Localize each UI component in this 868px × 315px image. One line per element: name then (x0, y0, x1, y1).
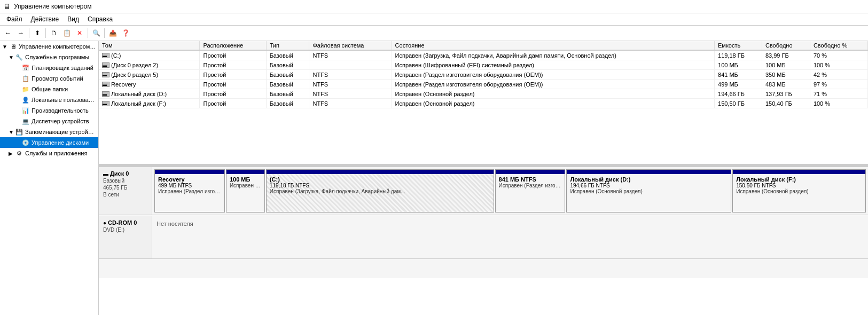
toolbar-new[interactable]: 🗋 (48, 27, 60, 39)
table-cell: 194,66 ГБ (715, 89, 762, 99)
sidebar-label-perf: Производительность (32, 107, 89, 114)
arrow-icon: ▼ (9, 129, 15, 135)
sidebar-label-users: Локальные пользовате... (32, 97, 96, 103)
col-fs[interactable]: Файловая система (309, 41, 392, 50)
toolbar-export[interactable]: 📤 (107, 27, 119, 39)
toolbar-delete[interactable]: ✕ (74, 27, 85, 39)
table-cell: 119,18 ГБ (715, 50, 762, 60)
cdrom0-type: DVD (E:) (103, 227, 147, 233)
menu-view[interactable]: Вид (63, 14, 83, 24)
table-cell: Простой (200, 89, 266, 99)
toolbar-up[interactable]: ⬆ (32, 27, 43, 39)
table-row[interactable]: ▬(Диск 0 раздел 2)ПростойБазовыйИсправен… (99, 60, 868, 70)
sidebar-item-scheduler[interactable]: ▶ 📅 Планировщик заданий (0, 62, 98, 73)
sidebar-item-devmgr[interactable]: ▶ 💻 Диспетчер устройств (0, 116, 98, 127)
app-icon: 🖥 (3, 2, 11, 11)
partition-name: Recovery (158, 176, 221, 183)
table-cell: Исправен (Шифрованный (EFI) системный ра… (392, 60, 714, 70)
table-cell: 150,40 ГБ (762, 99, 810, 108)
sidebar-label-scheduler: Планировщик заданий (32, 65, 93, 71)
sidebar: ▼ 🖥 Управление компьютером (л... ▼ 🔧 Слу… (0, 41, 99, 315)
toolbar-help[interactable]: ❓ (120, 27, 131, 39)
disk0-partitions: Recovery 499 МБ NTFS Исправен (Раздел из… (152, 167, 868, 215)
partition[interactable]: 841 МБ NTFS Исправен (Раздел изготовите.… (495, 169, 566, 212)
table-cell: NTFS (309, 99, 392, 108)
table-cell: ▬Локальный диск (D:) (99, 89, 200, 99)
sidebar-label-folders: Общие папки (32, 86, 68, 92)
table-row[interactable]: ▬(C:)ПростойБазовыйNTFSИсправен (Загрузк… (99, 50, 868, 60)
table-row[interactable]: ▬(Диск 0 раздел 5)ПростойБазовыйNTFSИспр… (99, 70, 868, 80)
users-icon: 👤 (21, 96, 30, 104)
table-row[interactable]: ▬RecoveryПростойБазовыйNTFSИсправен (Раз… (99, 80, 868, 89)
col-volume[interactable]: Том (99, 41, 200, 50)
table-cell: ▬(Диск 0 раздел 2) (99, 60, 200, 70)
sidebar-item-root[interactable]: ▼ 🖥 Управление компьютером (л... (0, 41, 98, 52)
sidebar-label-root: Управление компьютером (л... (19, 43, 96, 50)
sidebar-item-perf[interactable]: ▶ 📊 Производительность (0, 105, 98, 116)
table-cell: 71 % (810, 89, 867, 99)
table-cell: Простой (200, 99, 266, 108)
table-cell: ▬(Диск 0 раздел 5) (99, 70, 200, 80)
table-cell: NTFS (309, 50, 392, 60)
partition-size: 150,50 ГБ NTFS (736, 183, 862, 188)
devmgr-icon: 💻 (21, 117, 30, 125)
table-cell: Базовый (266, 50, 309, 60)
toolbar: ← → ⬆ 🗋 📋 ✕ 🔍 📤 ❓ (0, 26, 868, 41)
table-cell: Простой (200, 70, 266, 80)
col-capacity[interactable]: Емкость (715, 41, 762, 50)
disk0-status: В сети (103, 192, 147, 198)
table-cell: NTFS (309, 89, 392, 99)
table-cell: 100 МБ (762, 60, 810, 70)
partition-status: Исправен (Основной раздел) (736, 188, 862, 194)
sidebar-item-events[interactable]: ▶ 📋 Просмотр событий (0, 73, 98, 84)
toolbar-forward[interactable]: → (15, 27, 27, 39)
partition-header (267, 170, 494, 174)
menu-help[interactable]: Справка (83, 14, 117, 24)
table-row[interactable]: ▬Локальный диск (D:)ПростойБазовыйNTFSИс… (99, 89, 868, 99)
table-cell: 100 МБ (715, 60, 762, 70)
menu-action[interactable]: Действие (27, 14, 64, 24)
sidebar-item-services[interactable]: ▶ ⚙ Службы и приложения (0, 148, 98, 159)
table-cell: Простой (200, 50, 266, 60)
partition[interactable]: Recovery 499 МБ NTFS Исправен (Раздел из… (154, 169, 225, 212)
title-bar: 🖥 Управление компьютером (0, 0, 868, 13)
sidebar-label-devmgr: Диспетчер устройств (32, 118, 89, 124)
partition[interactable]: 100 МБ Исправен (Шифров... (226, 169, 265, 212)
col-free[interactable]: Свободно (762, 41, 810, 50)
toolbar-search[interactable]: 🔍 (90, 27, 102, 39)
sidebar-item-system[interactable]: ▼ 🔧 Служебные программы (0, 52, 98, 62)
table-cell: 97 % (810, 80, 867, 89)
table-cell: Базовый (266, 70, 309, 80)
table-cell: 350 МБ (762, 70, 810, 80)
disk0-row: ▬ Диск 0 Базовый 465,75 ГБ В сети Recove… (99, 167, 868, 215)
disk0-name: Диск 0 (110, 170, 129, 177)
tools-icon: 🔧 (15, 53, 24, 61)
table-row[interactable]: ▬Локальный диск (F:)ПростойБазовыйNTFSИс… (99, 99, 868, 108)
table-cell: Базовый (266, 89, 309, 99)
disk0-label: ▬ Диск 0 Базовый 465,75 ГБ В сети (99, 167, 152, 215)
sidebar-item-diskmgmt[interactable]: ▶ 💿 Управление дисками (0, 137, 98, 148)
disk0-size: 465,75 ГБ (103, 185, 147, 191)
disk-table-container[interactable]: Том Расположение Тип Файловая система Со… (99, 41, 868, 164)
sidebar-item-folders[interactable]: ▶ 📁 Общие папки (0, 84, 98, 94)
table-cell: Исправен (Загрузка, Файл подкачки, Авари… (392, 50, 714, 60)
col-type[interactable]: Тип (266, 41, 309, 50)
table-cell: Базовый (266, 60, 309, 70)
partition[interactable]: Локальный диск (D:) 194,66 ГБ NTFS Испра… (566, 169, 731, 212)
col-free-pct[interactable]: Свободно % (810, 41, 867, 50)
col-status[interactable]: Состояние (392, 41, 714, 50)
toolbar-properties[interactable]: 📋 (61, 27, 73, 39)
partition-name: Локальный диск (F:) (736, 176, 862, 183)
partition[interactable]: (C:) 119,18 ГБ NTFS Исправен (Загрузка, … (266, 169, 494, 212)
sidebar-item-users[interactable]: ▶ 👤 Локальные пользовате... (0, 94, 98, 105)
toolbar-back[interactable]: ← (2, 27, 14, 39)
services-icon: ⚙ (15, 149, 24, 158)
cdrom0-row: ● CD-ROM 0 DVD (E:) Нет носителя (99, 216, 868, 259)
sidebar-item-storage[interactable]: ▼ 💾 Запоминающие устройст... (0, 127, 98, 137)
col-location[interactable]: Расположение (200, 41, 266, 50)
disk-icon: 💿 (21, 138, 30, 147)
table-cell: 483 МБ (762, 80, 810, 89)
window-title: Управление компьютером (14, 3, 91, 10)
menu-file[interactable]: Файл (2, 14, 27, 24)
partition[interactable]: Локальный диск (F:) 150,50 ГБ NTFS Испра… (732, 169, 866, 212)
